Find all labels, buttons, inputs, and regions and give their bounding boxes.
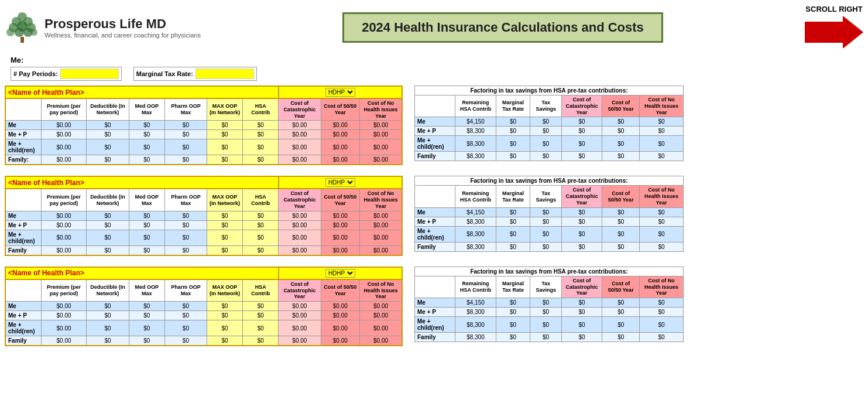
hdhp-select-0[interactable]: HDHP — [325, 88, 355, 97]
hsa-row-2-3: Family$8,300$0$0$0$0$0 — [415, 333, 684, 342]
hsa-cell-1-2-1: $8,300 — [455, 226, 496, 242]
hsa-cell-0-0-1: $4,150 — [455, 117, 496, 127]
cell-2-3-4: $0 — [164, 336, 207, 346]
hsa-cell-1-0-4: $0 — [561, 207, 602, 217]
hsa-cell-1-1-3: $0 — [530, 217, 561, 226]
cell-1-1-8: $0.00 — [321, 220, 360, 230]
cell-0-1-3: $0 — [129, 130, 164, 139]
hsa-cell-1-1-6: $0 — [640, 217, 684, 226]
hsa-cell-0-1-6: $0 — [640, 127, 684, 136]
col-header-2-9: Cost of No Health Issues Year — [360, 279, 402, 302]
hsa-cell-0-3-1: $8,300 — [455, 152, 496, 161]
cell-2-3-8: $0.00 — [321, 336, 360, 346]
pay-periods-label: # Pay Periods: — [13, 70, 58, 77]
cell-1-1-2: $0 — [87, 220, 129, 230]
cell-2-2-8: $0.00 — [321, 320, 360, 336]
cell-0-2-7: $0.00 — [279, 139, 321, 155]
scroll-right-label: SCROLL RIGHT — [805, 5, 863, 13]
plan-row-1-1: Me + P$0.00$0$0$0$0$0$0.00$0.00$0.00 — [5, 220, 402, 230]
cell-2-1-4: $0 — [164, 311, 207, 320]
hsa-cell-0-2-3: $0 — [530, 136, 561, 152]
plan-pair-0: <Name of Health Plan>HDHPPremium (per pa… — [5, 86, 863, 165]
hsa-cell-0-1-0: Me + P — [415, 127, 455, 136]
hsa-col-header-1-5: Cost of 50/50 Year — [602, 186, 640, 207]
plan-row-1-2: Me + child(ren)$0.00$0$0$0$0$0$0.00$0.00… — [5, 230, 402, 245]
cell-0-3-8: $0.00 — [321, 155, 360, 165]
cell-0-0-1: $0.00 — [41, 121, 87, 130]
cell-0-2-4: $0 — [164, 139, 207, 155]
cell-0-1-8: $0.00 — [321, 130, 360, 139]
hsa-col-header-1-1: Remaining HSA Contrib — [455, 186, 496, 207]
scroll-right-area: SCROLL RIGHT — [805, 5, 863, 50]
cell-2-2-0: Me + child(ren) — [5, 320, 41, 336]
hsa-cell-2-2-1: $8,300 — [455, 317, 496, 333]
hsa-col-header-2-2: Marginal Tax Rate — [496, 276, 530, 298]
hdhp-cell-0: HDHP — [279, 86, 402, 98]
hsa-cell-1-0-1: $4,150 — [455, 207, 496, 217]
col-header-0-9: Cost of No Health Issues Year — [360, 98, 402, 121]
hsa-cell-2-0-3: $0 — [530, 298, 561, 308]
col-header-0-2: Deductible (In Network) — [87, 98, 129, 121]
hsa-row-1-2: Me + child(ren)$8,300$0$0$0$0$0 — [415, 226, 684, 242]
cell-1-0-6: $0 — [243, 211, 279, 220]
cell-0-2-1: $0.00 — [41, 139, 87, 155]
marginal-tax-label: Marginal Tax Rate: — [136, 70, 193, 77]
hsa-cell-2-3-3: $0 — [530, 333, 561, 342]
logo-icon — [5, 11, 40, 43]
svg-rect-10 — [20, 37, 24, 43]
pay-periods-group: # Pay Periods: — [11, 67, 122, 81]
hdhp-select-1[interactable]: HDHP — [325, 178, 355, 187]
col-header-1-2: Deductible (In Network) — [87, 189, 129, 211]
hsa-cell-0-2-0: Me + child(ren) — [415, 136, 455, 152]
cell-1-3-3: $0 — [129, 245, 164, 255]
cell-2-1-3: $0 — [129, 311, 164, 320]
hsa-cell-1-2-4: $0 — [561, 226, 602, 242]
cell-0-2-6: $0 — [243, 139, 279, 155]
hsa-cell-2-0-0: Me — [415, 298, 455, 308]
cell-2-0-9: $0.00 — [360, 302, 402, 311]
col-header-1-6: HSA Contrib — [243, 189, 279, 211]
cell-0-2-2: $0 — [87, 139, 129, 155]
plan-section-1: <Name of Health Plan>HDHPPremium (per pa… — [5, 176, 403, 255]
hsa-cell-0-2-2: $0 — [496, 136, 530, 152]
plan-name-2: <Name of Health Plan> — [5, 267, 279, 279]
plan-row-0-3: Family:$0.00$0$0$0$0$0$0.00$0.00$0.00 — [5, 155, 402, 165]
hdhp-select-2[interactable]: HDHP — [325, 269, 355, 278]
cell-1-3-5: $0 — [207, 245, 243, 255]
hsa-cell-0-1-1: $8,300 — [455, 127, 496, 136]
hsa-cell-2-1-1: $8,300 — [455, 308, 496, 317]
page-title: 2024 Health Insurance Calculations and C… — [362, 20, 644, 35]
cell-2-3-3: $0 — [129, 336, 164, 346]
cell-1-2-6: $0 — [243, 230, 279, 245]
hsa-cell-0-0-2: $0 — [496, 117, 530, 127]
cell-0-3-0: Family: — [5, 155, 41, 165]
cell-1-2-3: $0 — [129, 230, 164, 245]
cell-0-1-5: $0 — [207, 130, 243, 139]
col-header-0-7: Cost of Catastrophic Year — [279, 98, 321, 121]
hsa-cell-2-3-1: $8,300 — [455, 333, 496, 342]
plan-table-1: <Name of Health Plan>HDHPPremium (per pa… — [5, 176, 403, 255]
sections-wrapper: <Name of Health Plan>HDHPPremium (per pa… — [5, 86, 863, 346]
cell-2-0-0: Me — [5, 302, 41, 311]
arrow-right-icon — [805, 16, 863, 49]
hsa-cell-0-2-6: $0 — [640, 136, 684, 152]
cell-0-0-6: $0 — [243, 121, 279, 130]
pay-periods-input[interactable] — [60, 69, 119, 79]
hsa-table-1: Factoring in tax savings from HSA pre-ta… — [414, 176, 684, 251]
hsa-cell-0-0-6: $0 — [640, 117, 684, 127]
hsa-cell-2-1-0: Me + P — [415, 308, 455, 317]
cell-0-0-8: $0.00 — [321, 121, 360, 130]
cell-1-3-7: $0.00 — [279, 245, 321, 255]
hsa-col-header-2-3: Tax Savings — [530, 276, 561, 298]
hsa-cell-2-3-0: Family — [415, 333, 455, 342]
col-header-0-6: HSA Contrib — [243, 98, 279, 121]
svg-point-9 — [30, 29, 37, 36]
plan-row-2-0: Me$0.00$0$0$0$0$0$0.00$0.00$0.00 — [5, 302, 402, 311]
hsa-cell-2-0-1: $4,150 — [455, 298, 496, 308]
cell-2-2-9: $0.00 — [360, 320, 402, 336]
hsa-col-header-0-4: Cost of Catastrophic Year — [561, 95, 602, 117]
marginal-tax-input[interactable] — [195, 69, 254, 79]
hsa-cell-0-3-5: $0 — [602, 152, 640, 161]
cell-2-3-5: $0 — [207, 336, 243, 346]
svg-point-7 — [15, 28, 24, 37]
